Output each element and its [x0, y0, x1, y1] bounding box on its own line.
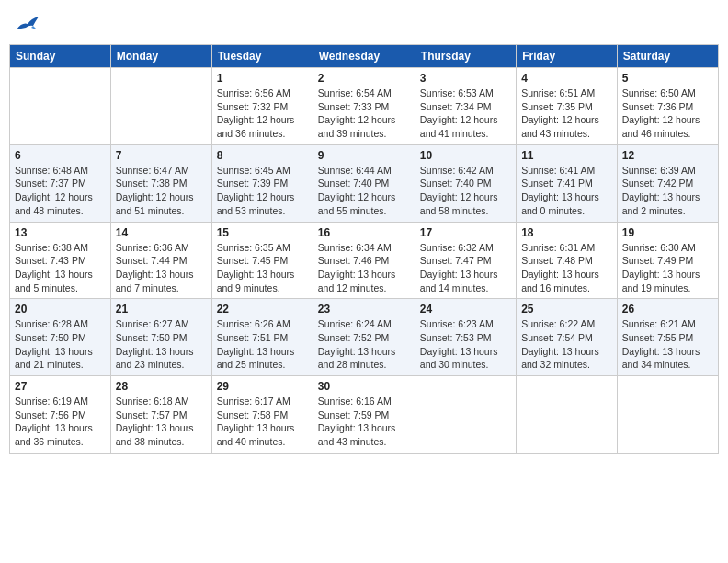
- day-number: 16: [318, 226, 410, 239]
- day-info: Sunrise: 6:41 AM Sunset: 7:41 PM Dayligh…: [521, 164, 612, 218]
- day-number: 10: [420, 149, 511, 162]
- day-info: Sunrise: 6:21 AM Sunset: 7:55 PM Dayligh…: [622, 317, 713, 372]
- day-number: 26: [622, 303, 713, 316]
- day-info: Sunrise: 6:18 AM Sunset: 7:57 PM Dayligh…: [116, 395, 207, 449]
- calendar-week-row: 6Sunrise: 6:48 AM Sunset: 7:37 PM Daylig…: [10, 144, 719, 222]
- day-info: Sunrise: 6:38 AM Sunset: 7:43 PM Dayligh…: [15, 241, 106, 295]
- day-info: Sunrise: 6:36 AM Sunset: 7:44 PM Dayligh…: [116, 241, 207, 295]
- day-number: 22: [217, 303, 308, 316]
- calendar-cell: 5Sunrise: 6:50 AM Sunset: 7:36 PM Daylig…: [617, 68, 718, 145]
- day-info: Sunrise: 6:27 AM Sunset: 7:50 PM Dayligh…: [116, 317, 207, 372]
- calendar-cell: 26Sunrise: 6:21 AM Sunset: 7:55 PM Dayli…: [617, 299, 718, 376]
- day-number: 13: [15, 226, 106, 239]
- day-info: Sunrise: 6:53 AM Sunset: 7:34 PM Dayligh…: [420, 86, 511, 141]
- day-info: Sunrise: 6:34 AM Sunset: 7:46 PM Dayligh…: [318, 241, 410, 295]
- day-number: 30: [318, 380, 410, 393]
- day-number: 4: [521, 72, 612, 85]
- day-number: 18: [521, 226, 612, 239]
- calendar-cell: 4Sunrise: 6:51 AM Sunset: 7:35 PM Daylig…: [517, 68, 618, 145]
- day-number: 5: [622, 72, 713, 85]
- day-info: Sunrise: 6:30 AM Sunset: 7:49 PM Dayligh…: [622, 241, 713, 295]
- day-number: 2: [318, 72, 410, 85]
- day-number: 11: [521, 149, 612, 162]
- day-number: 3: [420, 72, 511, 85]
- day-info: Sunrise: 6:19 AM Sunset: 7:56 PM Dayligh…: [15, 395, 106, 449]
- calendar-cell: [110, 68, 211, 145]
- day-info: Sunrise: 6:45 AM Sunset: 7:39 PM Dayligh…: [217, 164, 308, 218]
- day-number: 19: [622, 226, 713, 239]
- calendar-cell: [617, 376, 718, 454]
- day-number: 21: [116, 303, 207, 316]
- calendar-cell: 20Sunrise: 6:28 AM Sunset: 7:50 PM Dayli…: [10, 299, 111, 376]
- calendar-cell: 9Sunrise: 6:44 AM Sunset: 7:40 PM Daylig…: [313, 144, 415, 222]
- calendar-cell: 19Sunrise: 6:30 AM Sunset: 7:49 PM Dayli…: [617, 222, 718, 299]
- calendar-cell: 11Sunrise: 6:41 AM Sunset: 7:41 PM Dayli…: [517, 144, 618, 222]
- calendar-cell: 18Sunrise: 6:31 AM Sunset: 7:48 PM Dayli…: [517, 222, 618, 299]
- day-info: Sunrise: 6:48 AM Sunset: 7:37 PM Dayligh…: [15, 164, 106, 218]
- day-info: Sunrise: 6:31 AM Sunset: 7:48 PM Dayligh…: [521, 241, 612, 295]
- day-info: Sunrise: 6:47 AM Sunset: 7:38 PM Dayligh…: [116, 164, 207, 218]
- calendar-cell: 8Sunrise: 6:45 AM Sunset: 7:39 PM Daylig…: [211, 144, 313, 222]
- day-info: Sunrise: 6:35 AM Sunset: 7:45 PM Dayligh…: [217, 241, 308, 295]
- calendar-cell: 27Sunrise: 6:19 AM Sunset: 7:56 PM Dayli…: [10, 376, 111, 454]
- day-info: Sunrise: 6:22 AM Sunset: 7:54 PM Dayligh…: [521, 317, 612, 372]
- page-header: [9, 9, 719, 37]
- day-number: 15: [217, 226, 308, 239]
- calendar-cell: 15Sunrise: 6:35 AM Sunset: 7:45 PM Dayli…: [211, 222, 313, 299]
- calendar-cell: 12Sunrise: 6:39 AM Sunset: 7:42 PM Dayli…: [617, 144, 718, 222]
- day-info: Sunrise: 6:44 AM Sunset: 7:40 PM Dayligh…: [318, 164, 410, 218]
- day-number: 27: [15, 380, 106, 393]
- calendar-cell: 30Sunrise: 6:16 AM Sunset: 7:59 PM Dayli…: [313, 376, 415, 454]
- calendar-week-row: 1Sunrise: 6:56 AM Sunset: 7:32 PM Daylig…: [10, 68, 719, 145]
- calendar-cell: 13Sunrise: 6:38 AM Sunset: 7:43 PM Dayli…: [10, 222, 111, 299]
- day-number: 23: [318, 303, 410, 316]
- calendar-week-row: 20Sunrise: 6:28 AM Sunset: 7:50 PM Dayli…: [10, 299, 719, 376]
- weekday-header-sunday: Sunday: [10, 45, 111, 68]
- day-number: 12: [622, 149, 713, 162]
- calendar-cell: 14Sunrise: 6:36 AM Sunset: 7:44 PM Dayli…: [110, 222, 211, 299]
- calendar-cell: 17Sunrise: 6:32 AM Sunset: 7:47 PM Dayli…: [415, 222, 516, 299]
- day-info: Sunrise: 6:39 AM Sunset: 7:42 PM Dayligh…: [622, 164, 713, 218]
- day-number: 28: [116, 380, 207, 393]
- calendar-cell: 22Sunrise: 6:26 AM Sunset: 7:51 PM Dayli…: [211, 299, 313, 376]
- day-info: Sunrise: 6:50 AM Sunset: 7:36 PM Dayligh…: [622, 86, 713, 141]
- day-info: Sunrise: 6:28 AM Sunset: 7:50 PM Dayligh…: [15, 317, 106, 372]
- day-info: Sunrise: 6:32 AM Sunset: 7:47 PM Dayligh…: [420, 241, 511, 295]
- calendar-cell: 6Sunrise: 6:48 AM Sunset: 7:37 PM Daylig…: [10, 144, 111, 222]
- day-info: Sunrise: 6:23 AM Sunset: 7:53 PM Dayligh…: [420, 317, 511, 372]
- weekday-header-friday: Friday: [517, 45, 618, 68]
- day-number: 25: [521, 303, 612, 316]
- day-info: Sunrise: 6:56 AM Sunset: 7:32 PM Dayligh…: [217, 86, 308, 141]
- day-number: 17: [420, 226, 511, 239]
- calendar-cell: 25Sunrise: 6:22 AM Sunset: 7:54 PM Dayli…: [517, 299, 618, 376]
- day-number: 29: [217, 380, 308, 393]
- calendar-cell: 29Sunrise: 6:17 AM Sunset: 7:58 PM Dayli…: [211, 376, 313, 454]
- calendar-cell: 28Sunrise: 6:18 AM Sunset: 7:57 PM Dayli…: [110, 376, 211, 454]
- day-info: Sunrise: 6:16 AM Sunset: 7:59 PM Dayligh…: [318, 395, 410, 449]
- weekday-header-monday: Monday: [110, 45, 211, 68]
- day-number: 9: [318, 149, 410, 162]
- logo-icon: [15, 13, 40, 33]
- calendar-week-row: 27Sunrise: 6:19 AM Sunset: 7:56 PM Dayli…: [10, 376, 719, 454]
- calendar-cell: 10Sunrise: 6:42 AM Sunset: 7:40 PM Dayli…: [415, 144, 516, 222]
- weekday-header-row: SundayMondayTuesdayWednesdayThursdayFrid…: [10, 45, 719, 68]
- weekday-header-thursday: Thursday: [415, 45, 516, 68]
- day-number: 20: [15, 303, 106, 316]
- calendar-cell: [415, 376, 516, 454]
- weekday-header-saturday: Saturday: [617, 45, 718, 68]
- calendar-table: SundayMondayTuesdayWednesdayThursdayFrid…: [9, 44, 719, 454]
- day-info: Sunrise: 6:26 AM Sunset: 7:51 PM Dayligh…: [217, 317, 308, 372]
- day-number: 7: [116, 149, 207, 162]
- day-info: Sunrise: 6:42 AM Sunset: 7:40 PM Dayligh…: [420, 164, 511, 218]
- calendar-cell: 7Sunrise: 6:47 AM Sunset: 7:38 PM Daylig…: [110, 144, 211, 222]
- calendar-cell: 21Sunrise: 6:27 AM Sunset: 7:50 PM Dayli…: [110, 299, 211, 376]
- day-number: 14: [116, 226, 207, 239]
- calendar-cell: 24Sunrise: 6:23 AM Sunset: 7:53 PM Dayli…: [415, 299, 516, 376]
- calendar-cell: 1Sunrise: 6:56 AM Sunset: 7:32 PM Daylig…: [211, 68, 313, 145]
- calendar-cell: [517, 376, 618, 454]
- weekday-header-tuesday: Tuesday: [211, 45, 313, 68]
- day-info: Sunrise: 6:24 AM Sunset: 7:52 PM Dayligh…: [318, 317, 410, 372]
- calendar-cell: 2Sunrise: 6:54 AM Sunset: 7:33 PM Daylig…: [313, 68, 415, 145]
- day-info: Sunrise: 6:54 AM Sunset: 7:33 PM Dayligh…: [318, 86, 410, 141]
- day-number: 6: [15, 149, 106, 162]
